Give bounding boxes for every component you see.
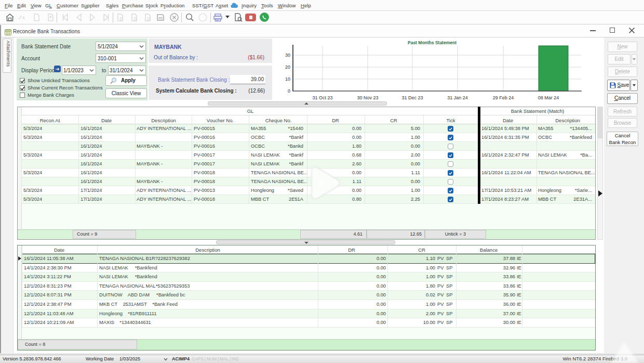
svg-text:Past Months Statement: Past Months Statement [408, 40, 457, 45]
svg-text:08 Mar 24: 08 Mar 24 [538, 95, 559, 100]
svg-text:29 Feb 24: 29 Feb 24 [493, 95, 514, 100]
svg-text:31 Oct 23: 31 Oct 23 [312, 95, 332, 100]
svg-text:30: 30 [285, 53, 290, 58]
svg-text:31 Dec 23: 31 Dec 23 [401, 95, 423, 100]
svg-text:0: 0 [288, 88, 290, 94]
svg-text:30 Nov 23: 30 Nov 23 [357, 95, 378, 100]
svg-text:10: 10 [285, 76, 290, 82]
svg-text:20: 20 [285, 64, 290, 70]
svg-text:31 Jan 24: 31 Jan 24 [447, 95, 468, 100]
